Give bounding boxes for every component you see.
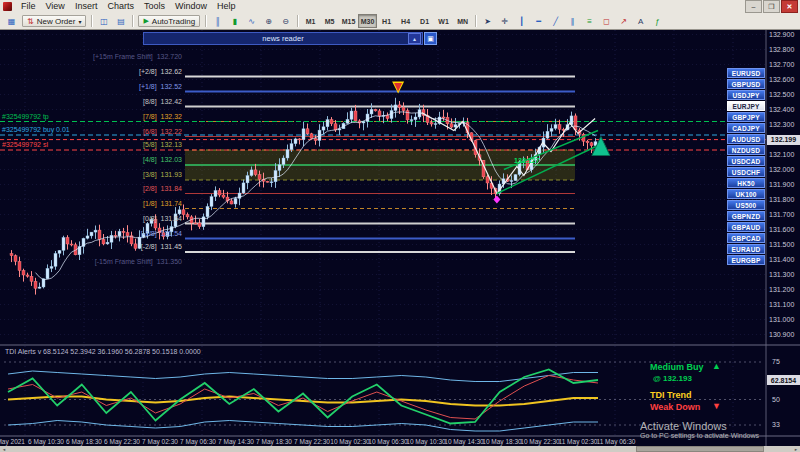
shapes-icon[interactable]: ◻ — [599, 14, 614, 28]
timeframe-h4[interactable]: H4 — [396, 14, 415, 28]
chevron-down-icon: ▾ — [78, 18, 81, 25]
zoom-in-icon[interactable]: ⊕ — [261, 14, 276, 28]
timeframe-mn[interactable]: MN — [453, 14, 472, 28]
menu-items: FileViewInsertChartsToolsWindowHelp — [16, 0, 240, 13]
restore-button[interactable]: ❐ — [763, 0, 780, 13]
menu-file[interactable]: File — [16, 0, 41, 13]
symbol-button-gbpcad[interactable]: GBPCAD — [727, 233, 765, 243]
timeframe-m5[interactable]: M5 — [320, 14, 339, 28]
toolbar-mid-icons: ◫▤ — [95, 14, 129, 28]
current-price-box: 132.199 — [767, 135, 800, 145]
level-label: [4/8] 132.03 — [0, 156, 182, 164]
level-label: [+2/8] 132.62 — [0, 68, 182, 76]
horizontal-scrollbar[interactable]: ◄ ► — [0, 446, 800, 452]
symbol-button-usdcad[interactable]: USDCAD — [727, 156, 765, 166]
autotrading-label: AutoTrading — [152, 17, 195, 26]
symbol-button-eurgbp[interactable]: EURGBP — [727, 255, 765, 265]
symbol-button-gbpusd[interactable]: GBPUSD — [727, 79, 765, 89]
channel-icon[interactable]: ∥ — [565, 14, 580, 28]
scrollbar-thumb[interactable] — [636, 446, 764, 452]
timeframe-m15[interactable]: M15 — [339, 14, 358, 28]
time-label: 10 May 10:30 — [406, 438, 445, 445]
chart-windows-icon[interactable]: ◫ — [96, 14, 111, 28]
price-tick: 132.500 — [769, 91, 794, 98]
new-order-icon: ⇅ — [27, 17, 34, 26]
symbol-button-audusd[interactable]: AUDUSD — [727, 134, 765, 144]
news-collapse-button[interactable]: ▴ — [408, 33, 421, 44]
symbol-button-usdchf[interactable]: USDCHF — [727, 167, 765, 177]
autotrading-button[interactable]: ▶ AutoTrading — [138, 15, 200, 27]
profiles-icon[interactable]: ▤ — [113, 14, 128, 28]
menu-view[interactable]: View — [41, 0, 70, 13]
trendline-icon[interactable]: ╱ — [548, 14, 563, 28]
timeframe-m1[interactable]: M1 — [301, 14, 320, 28]
symbol-button-hk50[interactable]: HK50 — [727, 178, 765, 188]
menu-tools[interactable]: Tools — [139, 0, 170, 13]
timeframe-d1[interactable]: D1 — [415, 14, 434, 28]
vertical-line-icon[interactable]: ┃ — [514, 14, 529, 28]
toolbar-chart-icons: ║▮∿⊕⊖ — [209, 14, 294, 28]
price-annotation: 132.127 — [514, 157, 539, 164]
horizontal-line-icon[interactable]: ━ — [531, 14, 546, 28]
menu-help[interactable]: Help — [212, 0, 241, 13]
price-tick: 131.300 — [769, 271, 794, 278]
app-icon — [3, 2, 12, 11]
crosshair-icon[interactable]: ✛ — [497, 14, 512, 28]
price-tick: 132.600 — [769, 76, 794, 83]
price-tick: 131.200 — [769, 286, 794, 293]
chart-region: news reader ▴ ▣ EURUSDGBPUSDUSDJPYEURJPY… — [0, 30, 800, 452]
symbol-button-eurusd[interactable]: EURUSD — [727, 68, 765, 78]
candlestick-chart-icon[interactable]: ▮ — [227, 14, 242, 28]
signal-strength-label: Medium Buy — [650, 362, 704, 372]
symbol-button-usdjpy[interactable]: USDJPY — [727, 90, 765, 100]
symbol-button-gbpaud[interactable]: GBPAUD — [727, 222, 765, 232]
fibonacci-icon[interactable]: ≡ — [582, 14, 597, 28]
symbol-button-us500[interactable]: US500 — [727, 200, 765, 210]
level-label: [8/8] 132.42 — [0, 98, 182, 106]
time-label: 10 May 02:30 — [330, 438, 369, 445]
toolbar-separator — [132, 15, 133, 27]
zoom-out-icon[interactable]: ⊖ — [278, 14, 293, 28]
trend-direction-label: Weak Down — [650, 402, 700, 412]
new-order-button[interactable]: ⇅ New Order ▾ — [22, 15, 86, 27]
timeframe-h1[interactable]: H1 — [377, 14, 396, 28]
scroll-left-icon[interactable]: ◄ — [0, 446, 8, 452]
time-label: 7 May 22:30 — [294, 438, 330, 445]
toolbar-separator — [297, 15, 298, 27]
news-reader-bar[interactable]: news reader — [143, 32, 423, 45]
new-chart-icon[interactable]: ▦ — [4, 14, 19, 28]
symbol-button-gbpnzd[interactable]: GBPNZD — [727, 211, 765, 221]
menu-insert[interactable]: Insert — [70, 0, 103, 13]
symbol-button-nzdusd[interactable]: NZDUSD — [727, 145, 765, 155]
indicator-tick: 75 — [772, 358, 780, 365]
play-icon: ▶ — [143, 17, 148, 25]
symbol-button-gbpjpy[interactable]: GBPJPY — [727, 112, 765, 122]
bar-chart-icon[interactable]: ║ — [210, 14, 225, 28]
line-chart-icon[interactable]: ∿ — [244, 14, 259, 28]
level-label: [-15m Frame Shift] 131.350 — [0, 258, 182, 266]
time-label: 11 May 06:30 — [597, 438, 636, 445]
indicator-tick: 33 — [772, 421, 780, 428]
scroll-right-icon[interactable]: ► — [792, 446, 800, 452]
menu-window[interactable]: Window — [170, 0, 212, 13]
time-label: 7 May 06:30 — [180, 438, 216, 445]
symbol-button-eurjpy[interactable]: EURJPY — [727, 101, 765, 111]
timeframe-w1[interactable]: W1 — [434, 14, 453, 28]
tdi-trend-label: TDI Trend — [650, 390, 692, 400]
symbol-button-uk100[interactable]: UK100 — [727, 189, 765, 199]
indicators-icon[interactable]: ƒ — [650, 14, 665, 28]
text-icon[interactable]: A — [633, 14, 648, 28]
symbol-button-euraud[interactable]: EURAUD — [727, 244, 765, 254]
price-tick: 130.900 — [769, 331, 794, 338]
cursor-icon[interactable]: ➤ — [480, 14, 495, 28]
close-button[interactable]: ✕ — [781, 0, 798, 13]
order-label: #325499792 tp — [2, 113, 49, 121]
time-label: 7 May 02:30 — [142, 438, 178, 445]
news-panel-button[interactable]: ▣ — [424, 32, 437, 45]
minimize-button[interactable]: – — [745, 0, 762, 13]
arrows-icon[interactable]: ↗ — [616, 14, 631, 28]
symbol-button-cadjpy[interactable]: CADJPY — [727, 123, 765, 133]
timeframe-m30[interactable]: M30 — [358, 14, 377, 28]
menu-charts[interactable]: Charts — [102, 0, 139, 13]
chart-canvas[interactable] — [0, 30, 800, 452]
